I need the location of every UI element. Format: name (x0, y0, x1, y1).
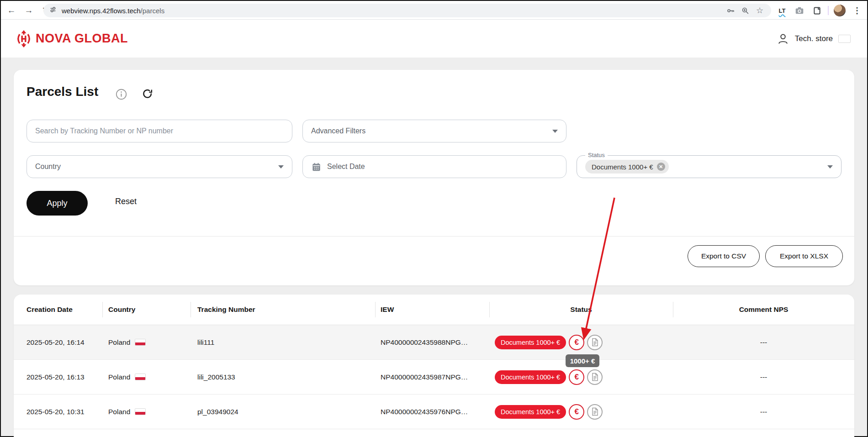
euro-icon[interactable]: € (569, 335, 584, 350)
bookmark-star-icon[interactable]: ☆ (754, 5, 766, 16)
cell-tracking-number: lili_2005133 (197, 373, 235, 381)
documents-icon[interactable] (587, 369, 603, 385)
cell-comment-nps: --- (673, 373, 854, 381)
col-header-iew: IEW (381, 305, 394, 314)
clipboard-extension-icon[interactable] (810, 4, 823, 17)
calendar-icon (311, 162, 322, 172)
documents-icon[interactable] (587, 404, 603, 420)
cell-country: Poland (108, 338, 146, 347)
account-area[interactable]: Tech. store (777, 32, 851, 45)
poland-flag-icon (135, 339, 146, 346)
export-csv-button[interactable]: Export to CSV (688, 245, 760, 267)
status-chip[interactable]: Documents 1000+ € ✕ (585, 160, 669, 174)
browser-window: ← → ↻ webview.nps.42flows.tech/parcels (0, 0, 868, 437)
euro-tooltip: 1000+ € (566, 354, 599, 367)
extensions-area: LT ⋮ (776, 4, 863, 17)
search-field-wrapper (26, 120, 292, 142)
column-separator (489, 302, 490, 317)
brand-name: NOVA GLOBAL (36, 32, 128, 46)
status-badge: Documents 1000+ € (495, 336, 566, 349)
chip-remove-icon[interactable]: ✕ (657, 163, 665, 171)
status-field-label: Status (585, 152, 608, 158)
browser-menu-icon[interactable]: ⋮ (851, 4, 863, 17)
date-picker-field[interactable]: Select Date (302, 155, 566, 178)
toolbar-separator (828, 6, 829, 15)
column-separator (673, 302, 673, 317)
advanced-filters-select[interactable]: Advanced Filters (302, 120, 566, 142)
address-bar[interactable]: webview.nps.42flows.tech/parcels ☆ (43, 4, 771, 17)
country-name: Poland (108, 373, 130, 381)
parcels-table: Creation Date Country Tracking Number IE… (14, 295, 854, 437)
reset-button[interactable]: Reset (115, 197, 137, 206)
column-separator (375, 302, 376, 317)
status-badge: Documents 1000+ € (495, 370, 566, 384)
cell-country: Poland (108, 373, 146, 381)
languagetool-extension-icon[interactable]: LT (776, 4, 789, 17)
cell-status: Documents 1000+ € € (495, 404, 603, 420)
cell-iew: NP40000002435976NPG… (381, 408, 468, 416)
advanced-filters-label: Advanced Filters (311, 127, 365, 135)
column-separator (191, 302, 191, 317)
table-row[interactable]: 2025-05-20, 16:13 Poland lili_2005133 NP… (14, 360, 854, 395)
zoom-in-icon[interactable] (739, 5, 751, 16)
apply-button[interactable]: Apply (26, 191, 88, 216)
status-select[interactable]: Status Documents 1000+ € ✕ (577, 155, 842, 178)
euro-icon[interactable]: € (569, 404, 584, 420)
cell-status: Documents 1000+ € € (495, 369, 603, 385)
filters-divider (14, 236, 854, 237)
date-picker-label: Select Date (327, 163, 365, 171)
cell-creation-date: 2025-05-20, 16:14 (26, 338, 85, 347)
country-name: Poland (108, 408, 130, 416)
cell-iew: NP40000002435988NPG… (381, 338, 468, 347)
chevron-down-icon (278, 165, 284, 168)
euro-symbol: € (574, 407, 578, 416)
col-header-creation-date: Creation Date (26, 305, 73, 314)
col-header-country: Country (108, 305, 135, 314)
browser-toolbar: ← → ↻ webview.nps.42flows.tech/parcels (1, 1, 867, 20)
brand-logo[interactable]: NOVA GLOBAL (16, 30, 128, 47)
country-name: Poland (108, 338, 130, 347)
poland-flag-icon (135, 408, 146, 415)
euro-symbol: € (574, 373, 578, 382)
euro-symbol: € (574, 338, 578, 347)
table-body: 2025-05-20, 16:14 Poland lili111 NP40000… (14, 325, 854, 429)
poland-flag-icon[interactable] (838, 35, 851, 43)
status-badge: Documents 1000+ € (495, 405, 566, 419)
cell-comment-nps: --- (673, 408, 854, 416)
table-row[interactable]: 2025-05-20, 16:14 Poland lili111 NP40000… (14, 325, 854, 360)
page-title: Parcels List (26, 84, 98, 99)
cell-status: Documents 1000+ € € (495, 335, 603, 350)
column-separator (102, 302, 103, 317)
euro-icon[interactable]: € (569, 369, 584, 385)
site-info-icon[interactable] (49, 5, 57, 16)
cell-comment-nps: --- (673, 338, 854, 347)
poland-flag-icon (135, 374, 146, 380)
table-row[interactable]: 2025-05-20, 10:31 Poland pl_03949024 NP4… (14, 395, 854, 429)
search-input[interactable] (35, 127, 284, 135)
back-icon[interactable]: ← (5, 5, 17, 16)
profile-avatar[interactable] (833, 4, 846, 17)
chevron-down-icon (552, 130, 558, 133)
cell-iew: NP40000002435987NPG… (381, 373, 468, 381)
nova-global-logo-icon (16, 30, 32, 47)
status-chip-label: Documents 1000+ € (592, 163, 653, 171)
chevron-down-icon (827, 165, 833, 168)
password-key-icon[interactable] (725, 5, 736, 16)
refresh-icon[interactable] (142, 88, 153, 100)
documents-icon[interactable] (587, 335, 603, 350)
cell-tracking-number: pl_03949024 (197, 408, 238, 416)
camera-extension-icon[interactable] (793, 4, 806, 17)
cell-creation-date: 2025-05-20, 16:13 (26, 373, 85, 381)
info-icon[interactable] (115, 88, 127, 100)
app-header: NOVA GLOBAL Tech. store (1, 20, 867, 58)
col-header-comment-nps: Comment NPS (673, 305, 854, 314)
forward-icon[interactable]: → (23, 5, 35, 16)
export-xlsx-button[interactable]: Export to XLSX (765, 245, 843, 267)
cell-tracking-number: lili111 (197, 338, 214, 347)
user-icon (777, 32, 789, 45)
url-text: webview.nps.42flows.tech/parcels (62, 7, 164, 15)
country-select[interactable]: Country (26, 155, 292, 178)
col-header-tracking-number: Tracking Number (197, 305, 255, 314)
table-header: Creation Date Country Tracking Number IE… (14, 295, 854, 325)
cell-country: Poland (108, 408, 146, 416)
